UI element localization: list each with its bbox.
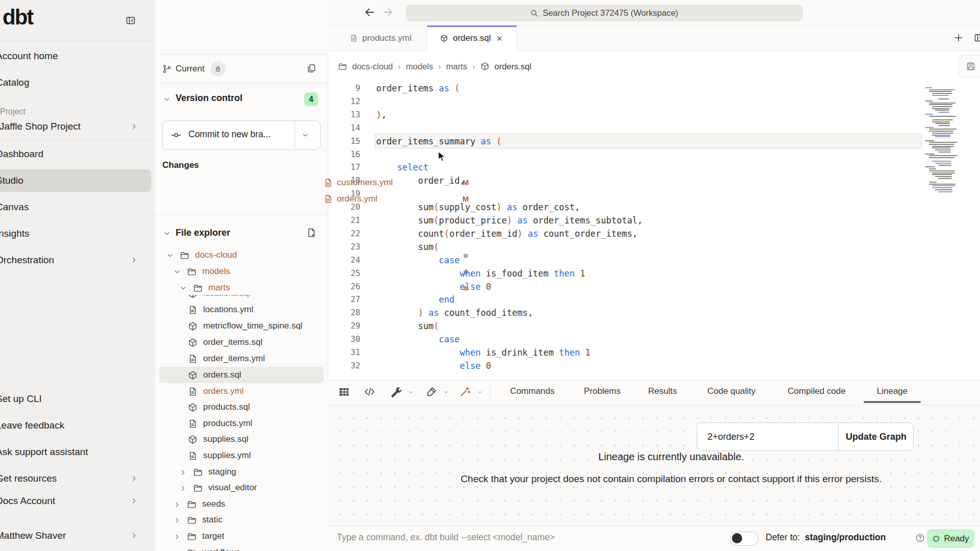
tree-item-locations-yml[interactable]: locations.yml — [155, 302, 328, 318]
bottom-tab-lineage[interactable]: Lineage — [877, 380, 908, 403]
breadcrumb-segment[interactable]: docs-cloud — [352, 62, 393, 71]
code-line-17[interactable]: 17 select — [328, 161, 980, 174]
code-line-18[interactable]: 18 order_id, — [328, 174, 980, 187]
tree-item-visual-editor[interactable]: visual_editor — [155, 480, 328, 496]
defer-toggle[interactable] — [730, 532, 758, 546]
bottom-tab-commands[interactable]: Commands — [510, 380, 555, 403]
file-explorer-title[interactable]: File explorer — [176, 228, 230, 238]
tree-item-marts[interactable]: marts — [155, 280, 328, 296]
bottom-tool-eraser-icon[interactable] — [425, 386, 437, 398]
sidebar-item-dashboard[interactable]: Dashboard — [0, 143, 151, 165]
chevron-right-icon[interactable] — [174, 501, 181, 508]
minimap[interactable] — [925, 87, 969, 195]
breadcrumb-segment[interactable]: marts — [446, 62, 467, 71]
code-line-15[interactable]: 15order_items_summary as ( — [328, 135, 980, 148]
tab-orders-sql[interactable]: orders.sql — [427, 26, 517, 51]
tab-products-yml[interactable]: products.yml — [334, 26, 427, 51]
chevron-down-icon[interactable] — [163, 96, 170, 103]
chevron-down-icon[interactable] — [166, 252, 174, 259]
sidebar-item-canvas[interactable]: Canvas — [0, 196, 151, 218]
bottom-tool-code-icon[interactable] — [363, 386, 376, 398]
code-line-32[interactable]: 32 else 0 — [328, 359, 980, 372]
tree-item-metricflow-time-spine-sql[interactable]: metricflow_time_spine.sql — [155, 318, 328, 334]
tree-item-supplies-yml[interactable]: supplies.yml — [155, 448, 328, 464]
sidebar-item-ask-support-assistant[interactable]: Ask support assistant — [0, 441, 151, 463]
lineage-selector-input[interactable]: 2+orders+2 — [697, 423, 838, 450]
bottom-tab-compiled-code[interactable]: Compiled code — [788, 380, 845, 403]
bottom-tool-wrench-icon[interactable] — [390, 386, 402, 398]
chevron-down-icon[interactable] — [443, 389, 449, 395]
sidebar-item-catalog[interactable]: Catalog — [0, 71, 151, 94]
tree-item-seeds[interactable]: seeds — [155, 496, 328, 512]
commit-dropdown-icon[interactable] — [302, 132, 309, 139]
sidebar-item-docs-account[interactable]: Docs Account — [0, 490, 151, 512]
commit-button[interactable]: Commit to new bra... — [162, 120, 321, 150]
tree-item-staging[interactable]: staging — [155, 464, 328, 480]
sidebar-item-leave-feedback[interactable]: Leave feedback — [0, 414, 151, 437]
bottom-tab-code-quality[interactable]: Code quality — [707, 380, 756, 403]
code-line-27[interactable]: 27 end — [328, 293, 980, 306]
bottom-tab-results[interactable]: Results — [648, 380, 677, 403]
change-file-orders.yml[interactable]: orders.yml M — [155, 191, 328, 207]
chevron-right-icon[interactable] — [174, 517, 181, 524]
chevron-down-icon[interactable] — [174, 268, 181, 276]
code-line-9[interactable]: 9order_items as ( — [328, 82, 980, 95]
tree-item-orders-sql[interactable]: orders.sql — [155, 367, 328, 383]
code-line-21[interactable]: 21 sum(product_price) as order_items_sub… — [328, 214, 980, 227]
tree-item-supplies-sql[interactable]: supplies.sql — [155, 432, 328, 447]
code-line-14[interactable]: 14 — [328, 121, 980, 135]
command-input[interactable]: Type a command, ex. dbt build --select <… — [337, 532, 555, 543]
tree-item-locations-sql[interactable]: locations.sql — [155, 295, 328, 302]
new-file-icon[interactable] — [306, 228, 316, 238]
chevron-down-icon[interactable] — [477, 389, 483, 395]
code-line-26[interactable]: 26 else 0 — [328, 280, 980, 293]
chevron-down-icon[interactable] — [180, 285, 187, 292]
tree-item-products-sql[interactable]: products.sql — [155, 399, 328, 415]
forward-arrow-icon[interactable] — [382, 6, 394, 18]
sidebar-item-matthew-shaver[interactable]: Matthew Shaver — [0, 524, 151, 547]
tree-item-products-yml[interactable]: products.yml — [155, 416, 328, 432]
code-line-29[interactable]: 29 sum( — [328, 319, 980, 333]
code-line-28[interactable]: 28 ) as count_food_items, — [328, 306, 980, 319]
breadcrumb-segment[interactable]: models — [406, 62, 433, 71]
update-graph-button[interactable]: Update Graph — [838, 423, 914, 450]
code-line-25[interactable]: 25 when is_food_item then 1 — [328, 267, 980, 280]
workspace-search-input[interactable]: Search Project 372475 (Workspace) — [406, 5, 803, 21]
bottom-tool-wand-icon[interactable] — [459, 386, 471, 398]
chevron-right-icon[interactable] — [174, 533, 181, 540]
tree-item-workflows[interactable]: workflows — [155, 545, 328, 551]
tree-item-models[interactable]: models — [155, 264, 328, 280]
close-icon[interactable] — [496, 35, 503, 42]
chevron-down-icon[interactable] — [408, 389, 414, 395]
tree-item-order-items-sql[interactable]: order_items.sql — [155, 335, 328, 350]
tree-item-order-items-yml[interactable]: order_items.yml — [155, 351, 328, 367]
help-icon[interactable] — [915, 533, 925, 543]
branch-name[interactable]: Current — [176, 64, 205, 74]
code-line-30[interactable]: 30 case — [328, 333, 980, 346]
sidebar-item-studio[interactable]: Studio — [0, 169, 151, 192]
chevron-right-icon[interactable] — [180, 485, 187, 492]
sidebar-item-account-home[interactable]: Account home — [0, 45, 151, 67]
code-line-12[interactable]: 12 — [328, 95, 980, 108]
tree-item-static[interactable]: static — [155, 512, 328, 528]
sidebar-item-orchestration[interactable]: Orchestration — [0, 249, 151, 271]
sidebar-item-get-resources[interactable]: Get resources — [0, 467, 151, 490]
tree-item-docs-cloud[interactable]: docs-cloud — [155, 247, 328, 263]
chevron-right-icon[interactable] — [180, 469, 187, 476]
copy-branch-icon[interactable] — [306, 63, 316, 73]
code-line-24[interactable]: 24 case — [328, 254, 980, 267]
back-arrow-icon[interactable] — [363, 6, 376, 18]
tree-item-target[interactable]: target — [155, 529, 328, 544]
split-editor-icon[interactable] — [974, 33, 980, 43]
save-file-button[interactable] — [959, 55, 980, 78]
sidebar-item-set-up-cli[interactable]: Set up CLI — [0, 388, 151, 410]
chevron-down-icon[interactable] — [163, 230, 170, 237]
bottom-tool-table-icon[interactable] — [338, 386, 350, 398]
sidebar-project-switcher[interactable]: Jaffle Shop Project — [0, 115, 151, 138]
change-file-customers.yml[interactable]: customers.yml M — [155, 174, 328, 191]
version-control-title[interactable]: Version control — [176, 93, 242, 104]
sidebar-item-insights[interactable]: Insights — [0, 222, 151, 245]
code-line-13[interactable]: 13), — [328, 108, 980, 121]
bottom-tab-problems[interactable]: Problems — [584, 380, 621, 403]
new-tab-icon[interactable] — [953, 33, 964, 43]
